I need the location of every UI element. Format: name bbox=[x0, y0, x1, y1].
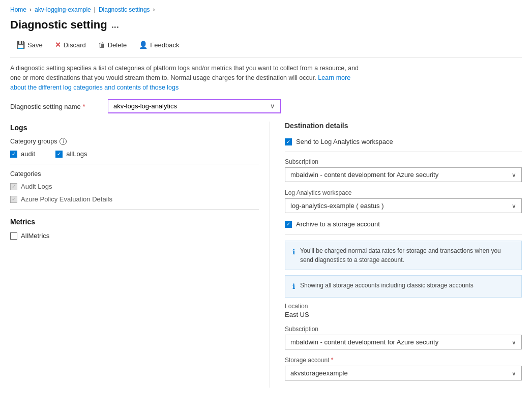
location-value: East US bbox=[285, 311, 522, 318]
left-column: Logs Category groups i audit allLogs Cat… bbox=[10, 122, 270, 388]
breadcrumb-akv[interactable]: akv-logging-example bbox=[35, 6, 91, 13]
allmetrics-checkbox-item[interactable]: AllMetrics bbox=[10, 232, 259, 240]
storage-account-checkbox[interactable] bbox=[285, 221, 292, 228]
feedback-button[interactable]: 👤 Feedback bbox=[133, 38, 185, 52]
feedback-icon: 👤 bbox=[139, 41, 147, 49]
sa-subscription-group: Subscription mbaldwin - content developm… bbox=[285, 326, 522, 349]
storage-account-field-label: Storage account * bbox=[285, 357, 522, 364]
info-box-charges-text: You'll be charged normal data rates for … bbox=[300, 246, 514, 265]
categories-title: Categories bbox=[10, 170, 259, 178]
breadcrumb-sep2: | bbox=[94, 6, 96, 13]
logs-section-title: Logs bbox=[10, 124, 259, 132]
policy-eval-label: Azure Policy Evaluation Details bbox=[21, 195, 112, 203]
allmetrics-label: AllMetrics bbox=[21, 232, 49, 240]
storage-account-value: akvstorageexample bbox=[290, 369, 348, 377]
category-groups-title: Category groups i bbox=[10, 138, 259, 145]
page-title: Diagnostic setting bbox=[10, 18, 107, 32]
breadcrumb-sep1: › bbox=[29, 6, 32, 13]
log-analytics-option[interactable]: Send to Log Analytics workspace bbox=[285, 138, 522, 145]
toolbar: 💾 Save ✕ Discard 🗑 Delete 👤 Feedback bbox=[10, 38, 522, 57]
discard-icon: ✕ bbox=[55, 41, 61, 49]
info-box-classic-text: Showing all storage accounts including c… bbox=[300, 281, 474, 290]
la-workspace-group: Log Analytics workspace log-analytics-ex… bbox=[285, 189, 522, 213]
info-box-charges-icon: ℹ bbox=[292, 247, 295, 257]
metrics-title: Metrics bbox=[10, 218, 259, 226]
location-group: Location East US bbox=[285, 303, 522, 318]
description-text: A diagnostic setting specifies a list of… bbox=[10, 64, 366, 92]
audit-label: audit bbox=[21, 150, 35, 158]
audit-checkbox[interactable] bbox=[10, 151, 17, 158]
breadcrumb-diagnostic-settings[interactable]: Diagnostic settings bbox=[99, 6, 150, 13]
la-workspace-chevron: ∨ bbox=[512, 202, 516, 210]
info-box-classic: ℹ Showing all storage accounts including… bbox=[285, 275, 522, 298]
la-subscription-value: mbaldwin - content development for Azure… bbox=[290, 171, 438, 179]
page-title-ellipsis[interactable]: ... bbox=[111, 20, 119, 31]
la-subscription-select[interactable]: mbaldwin - content development for Azure… bbox=[285, 167, 522, 182]
destination-details-title: Destination details bbox=[285, 122, 522, 130]
la-subscription-chevron: ∨ bbox=[512, 171, 516, 179]
log-analytics-divider bbox=[285, 152, 522, 152]
categories-section: Categories Audit Logs Azure Policy Evalu… bbox=[10, 170, 259, 203]
delete-label: Delete bbox=[108, 41, 127, 49]
diagnostic-name-chevron: ∨ bbox=[270, 102, 275, 110]
alllogs-checkbox-item[interactable]: allLogs bbox=[55, 150, 87, 158]
diagnostic-name-input-wrapper[interactable]: ∨ bbox=[108, 99, 281, 113]
discard-label: Discard bbox=[64, 41, 86, 49]
storage-account-group: Storage account * akvstorageexample ∨ bbox=[285, 357, 522, 380]
audit-checkbox-item[interactable]: audit bbox=[10, 150, 35, 158]
alllogs-label: allLogs bbox=[66, 150, 87, 158]
alllogs-checkbox[interactable] bbox=[55, 151, 63, 158]
save-button[interactable]: 💾 Save bbox=[10, 38, 49, 52]
breadcrumb-sep3: › bbox=[153, 6, 155, 13]
allmetrics-checkbox[interactable] bbox=[10, 232, 17, 240]
audit-logs-label: Audit Logs bbox=[21, 183, 52, 190]
sa-subscription-label: Subscription bbox=[285, 326, 522, 333]
discard-button[interactable]: ✕ Discard bbox=[49, 38, 92, 52]
feedback-label: Feedback bbox=[150, 41, 179, 49]
storage-required-star: * bbox=[331, 357, 334, 364]
divider-metrics bbox=[10, 209, 259, 210]
la-workspace-select[interactable]: log-analytics-example ( eastus ) ∨ bbox=[285, 198, 522, 213]
category-groups-checkboxes: audit allLogs bbox=[10, 150, 259, 164]
delete-button[interactable]: 🗑 Delete bbox=[92, 38, 133, 52]
audit-logs-item: Audit Logs bbox=[10, 183, 259, 190]
policy-eval-item: Azure Policy Evaluation Details bbox=[10, 195, 259, 203]
policy-eval-checkbox bbox=[10, 196, 17, 203]
storage-account-label: Archive to a storage account bbox=[296, 220, 380, 228]
la-workspace-label: Log Analytics workspace bbox=[285, 189, 522, 196]
required-star: * bbox=[82, 103, 85, 110]
storage-account-divider bbox=[285, 234, 522, 234]
diagnostic-name-input[interactable] bbox=[113, 102, 266, 110]
info-box-classic-icon: ℹ bbox=[292, 281, 295, 292]
la-workspace-value: log-analytics-example ( eastus ) bbox=[290, 202, 384, 210]
log-analytics-label: Send to Log Analytics workspace bbox=[296, 138, 393, 145]
page-title-row: Diagnostic setting ... bbox=[10, 18, 522, 32]
metrics-section: Metrics AllMetrics bbox=[10, 218, 259, 240]
save-icon: 💾 bbox=[16, 41, 25, 49]
sa-subscription-value: mbaldwin - content development for Azure… bbox=[290, 338, 438, 346]
sa-subscription-select[interactable]: mbaldwin - content development for Azure… bbox=[285, 335, 522, 349]
storage-account-select[interactable]: akvstorageexample ∨ bbox=[285, 366, 522, 380]
category-groups-info-icon[interactable]: i bbox=[60, 138, 67, 145]
info-box-charges: ℹ You'll be charged normal data rates fo… bbox=[285, 241, 522, 270]
location-label: Location bbox=[285, 303, 522, 310]
diagnostic-name-label: Diagnostic setting name * bbox=[10, 103, 102, 110]
la-subscription-label: Subscription bbox=[285, 158, 522, 165]
storage-account-chevron: ∨ bbox=[512, 370, 516, 377]
log-analytics-checkbox[interactable] bbox=[285, 138, 292, 145]
right-column: Destination details Send to Log Analytic… bbox=[270, 122, 522, 388]
breadcrumb: Home › akv-logging-example | Diagnostic … bbox=[10, 6, 522, 13]
delete-icon: 🗑 bbox=[98, 41, 105, 49]
la-subscription-group: Subscription mbaldwin - content developm… bbox=[285, 158, 522, 182]
breadcrumb-home[interactable]: Home bbox=[10, 6, 26, 13]
storage-account-option[interactable]: Archive to a storage account bbox=[285, 220, 522, 228]
diagnostic-name-row: Diagnostic setting name * ∨ bbox=[10, 99, 522, 113]
sa-subscription-chevron: ∨ bbox=[512, 339, 516, 346]
save-label: Save bbox=[27, 41, 43, 49]
main-content: Logs Category groups i audit allLogs Cat… bbox=[10, 122, 522, 388]
audit-logs-checkbox bbox=[10, 183, 17, 190]
